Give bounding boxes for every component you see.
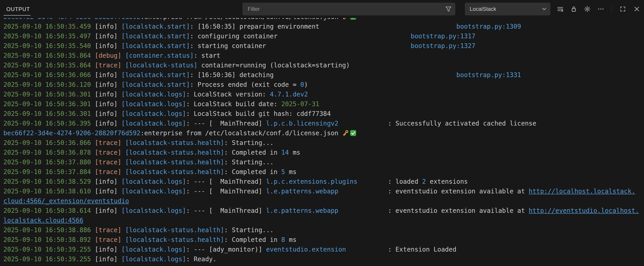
- log-row: localstack.cloud:4566: [0, 216, 644, 225]
- log-message: :enterprise from /etc/localstack/conf.d/…: [140, 130, 342, 137]
- logger-name: [localstack.start]: [122, 32, 190, 40]
- log-row: bec66f22-3d4e-4274-9206-28820f76d592:ent…: [0, 18, 644, 22]
- log-link[interactable]: http://localhost.localstack.: [528, 188, 635, 195]
- log-message: : Starting...: [224, 139, 274, 146]
- log-row: bec66f22-3d4e-4274-9206-28820f76d592:ent…: [0, 128, 644, 138]
- log-level: [trace]: [95, 149, 125, 156]
- logger-name: l.e.patterns.webapp: [266, 188, 338, 195]
- numeric-value: 8: [281, 236, 285, 244]
- timestamp: 2025-09-10 16:50:35.864: [4, 62, 95, 69]
- logger-name: [localstack-status.health]: [125, 226, 224, 234]
- log-message: : Completed in: [224, 236, 281, 244]
- license-id: bec66f22-3d4e-4274-9206-28820f76d592: [4, 18, 140, 20]
- logger-name: l.p.c.b.licensingv2: [266, 120, 338, 127]
- logger-name: [localstack.logs]: [122, 91, 186, 98]
- logger-name: [localstack.start]: [122, 71, 190, 79]
- chevron-down-icon: [541, 6, 547, 12]
- logger-name: l.p.c.extensions.plugins: [266, 178, 358, 185]
- logger-name: [localstack-status.health]: [125, 158, 224, 166]
- log-message: : configuring container: [190, 32, 278, 40]
- maximize-panel-button[interactable]: [619, 5, 626, 13]
- timestamp: 2025-09-10 16:50:35.864: [4, 52, 95, 59]
- spacer-text: [274, 71, 456, 79]
- numeric-value: 4.7.1.dev2: [270, 91, 308, 98]
- more-actions-button[interactable]: [597, 5, 604, 13]
- timestamp: 2025-09-10 16:50:36.866: [4, 139, 95, 146]
- timestamp: 2025-09-10 16:50:38.614: [4, 207, 95, 214]
- timestamp: 2025-09-10 16:50:38.610: [4, 188, 95, 195]
- timestamp: 2025-09-10 16:50:36.120: [4, 81, 95, 88]
- log-row: 2025-09-10 16:50:35.459 [info] [localsta…: [0, 22, 644, 31]
- more-actions-icon: [598, 6, 604, 12]
- source-ref-link[interactable]: bootstrap.py:1331: [456, 71, 521, 79]
- settings-gear-icon: [584, 6, 591, 12]
- panel-window-actions: [619, 5, 640, 13]
- output-channel-select[interactable]: LocalStack: [465, 3, 550, 15]
- key-emoji-icon: [342, 18, 349, 22]
- clear-output-icon: [557, 6, 564, 12]
- source-ref-link[interactable]: bootstrap.py:1309: [456, 23, 521, 30]
- log-message: : --- [ MainThread]: [186, 178, 266, 185]
- logger-name: [localstack.logs]: [122, 207, 186, 214]
- timestamp: 2025-09-10 16:50:35.459: [4, 23, 95, 30]
- log-message: : --- [ady_monitor)]: [186, 246, 266, 253]
- log-row: 2025-09-10 16:50:36.301 [info] [localsta…: [0, 99, 644, 109]
- log-row: 2025-09-10 16:50:37.880 [trace] [localst…: [0, 157, 644, 167]
- log-message: : start: [194, 52, 220, 59]
- log-row: 2025-09-10 16:50:39.255 [info] [localsta…: [0, 245, 644, 254]
- log-message: : Starting...: [224, 158, 274, 166]
- log-link[interactable]: localstack.cloud:4566: [4, 217, 83, 224]
- logger-name: [localstack.logs]: [122, 178, 186, 185]
- log-message: :enterprise from /etc/localstack/conf.d/…: [140, 18, 342, 20]
- log-level: [info]: [95, 81, 122, 88]
- settings-button[interactable]: [584, 5, 591, 13]
- log-row: 2025-09-10 16:50:38.529 [info] [localsta…: [0, 177, 644, 186]
- log-row: 2025-09-10 16:50:38.892 [trace] [localst…: [0, 235, 644, 245]
- timestamp: 2025-09-10 16:50:36.301: [4, 91, 95, 98]
- timestamp: 2025-09-10 16:50:37.880: [4, 158, 95, 166]
- log-message: : Completed in: [224, 168, 281, 176]
- log-message: : loaded: [358, 178, 422, 185]
- spacer-text: [266, 42, 411, 50]
- filter-box[interactable]: [242, 3, 455, 15]
- timestamp: 2025-09-10 16:50:39.255: [4, 256, 95, 263]
- close-panel-button[interactable]: [633, 5, 640, 13]
- log-message: : --- [ MainThread]: [186, 120, 266, 127]
- timestamp: 2025-09-10 16:50:35.540: [4, 42, 95, 50]
- log-level: [info]: [95, 178, 122, 185]
- clear-output-button[interactable]: [556, 5, 564, 13]
- log-message: ): [304, 81, 308, 88]
- timestamp: 2025-09-10 16:50:36.301: [4, 110, 95, 118]
- logger-name: [localstack-status.health]: [125, 149, 224, 156]
- log-message: : [16:50:35] preparing environment: [190, 23, 319, 30]
- log-link[interactable]: http://eventstudio.localhost.: [528, 207, 639, 214]
- timestamp: 2025-09-10 16:50:36.878: [4, 149, 95, 156]
- log-row: 2025-09-10 16:50:38.886 [trace] [localst…: [0, 225, 644, 235]
- log-level: [info]: [95, 23, 122, 30]
- filter-input[interactable]: [247, 6, 445, 12]
- log-level: [trace]: [95, 62, 125, 69]
- log-message: : --- [ MainThread]: [186, 207, 266, 214]
- log-row: cloud:4566/_extension/eventstudio: [0, 196, 644, 206]
- output-channel-value: LocalStack: [470, 6, 496, 12]
- timestamp: 2025-09-10 16:50:35.497: [4, 32, 95, 40]
- log-level: [info]: [95, 256, 122, 263]
- auto-scroll-lock-button[interactable]: [570, 5, 578, 13]
- log-row: 2025-09-10 16:50:36.866 [trace] [localst…: [0, 138, 644, 148]
- key-emoji-icon: [342, 130, 349, 139]
- log-message: ms: [289, 149, 300, 156]
- source-ref-link[interactable]: bootstrap.py:1317: [411, 32, 476, 40]
- timestamp: 2025-09-10 16:50:36.395: [4, 120, 95, 127]
- source-ref-link[interactable]: bootstrap.py:1327: [411, 42, 476, 50]
- log-message: container=running (localstack=starting): [198, 62, 350, 69]
- logger-name: l.e.patterns.webapp: [266, 207, 338, 214]
- log-message: : Process ended (exit code =: [190, 81, 300, 88]
- tab-output[interactable]: OUTPUT: [4, 2, 30, 15]
- license-id: bec66f22-3d4e-4274-9206-28820f76d592: [4, 130, 140, 137]
- log-link[interactable]: cloud:4566/_extension/eventstudio: [4, 197, 129, 205]
- log-level: [trace]: [95, 226, 125, 234]
- timestamp: 2025-09-10 16:50:37.884: [4, 168, 95, 176]
- numeric-value: 2: [422, 178, 426, 185]
- panel-actions: [556, 5, 604, 13]
- timestamp: 2025-09-10 16:50:38.886: [4, 226, 95, 234]
